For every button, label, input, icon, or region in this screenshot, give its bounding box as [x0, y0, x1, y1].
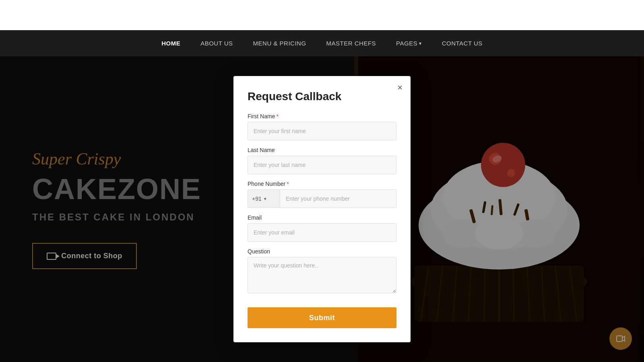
nav-item-about[interactable]: ABOUT US — [200, 40, 233, 47]
email-input[interactable] — [248, 223, 396, 242]
email-label: Email — [248, 214, 396, 221]
nav-item-pages[interactable]: PAGES ▾ — [396, 40, 422, 47]
chevron-down-icon: ▾ — [264, 196, 266, 202]
nav-item-contact[interactable]: CONTACT US — [442, 40, 483, 47]
last-name-label: Last Name — [248, 147, 396, 153]
modal-overlay[interactable]: Request Callback × First Name* Last Name… — [0, 56, 644, 362]
modal-close-button[interactable]: × — [397, 83, 402, 92]
modal-title: Request Callback — [248, 90, 396, 103]
request-callback-modal: Request Callback × First Name* Last Name… — [233, 76, 411, 342]
required-indicator-phone: * — [287, 181, 289, 187]
country-code-select[interactable]: +91 ▾ — [248, 189, 280, 208]
submit-button[interactable]: Submit — [248, 307, 396, 328]
phone-input-group: +91 ▾ — [248, 189, 396, 208]
first-name-input[interactable] — [248, 122, 396, 140]
first-name-group: First Name* — [248, 113, 396, 140]
question-label: Question — [248, 248, 396, 255]
chevron-down-icon: ▾ — [419, 41, 422, 46]
top-bar — [0, 0, 644, 30]
phone-label: Phone Number* — [248, 181, 396, 187]
nav-item-chefs[interactable]: MASTER CHEFS — [326, 40, 376, 47]
question-textarea[interactable] — [248, 257, 396, 293]
phone-number-input[interactable] — [280, 189, 396, 208]
email-group: Email — [248, 214, 396, 242]
phone-group: Phone Number* +91 ▾ — [248, 181, 396, 208]
last-name-input[interactable] — [248, 156, 396, 174]
required-indicator: * — [276, 113, 278, 119]
nav-item-home[interactable]: HOME — [161, 40, 180, 47]
last-name-group: Last Name — [248, 147, 396, 174]
nav-item-menu[interactable]: MENU & PRICING — [253, 40, 306, 47]
first-name-label: First Name* — [248, 113, 396, 119]
question-group: Question — [248, 248, 396, 295]
navbar: HOME ABOUT US MENU & PRICING MASTER CHEF… — [0, 30, 644, 56]
hero-section: Super Crispy CAKEZONE THE BEST CAKE IN L… — [0, 56, 644, 362]
